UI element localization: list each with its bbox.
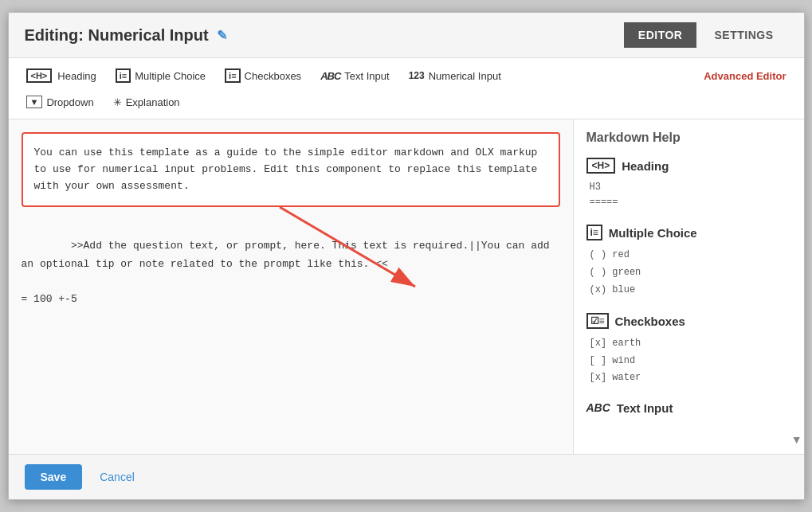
modal-footer: Save Cancel: [9, 454, 804, 499]
heading-help-code: H3 =====: [586, 180, 785, 210]
heading-help-icon: <H>: [586, 158, 616, 174]
sidebar-title: Markdown Help: [586, 131, 785, 145]
explanation-button[interactable]: ✳ Explanation: [105, 92, 188, 112]
text-input-help-label: Text Input: [617, 401, 673, 415]
text-input-label: Text Input: [344, 70, 389, 82]
text-input-button[interactable]: ABC Text Input: [312, 66, 398, 86]
heading-icon: <H>: [26, 68, 53, 83]
heading-help-section: <H> Heading H3 =====: [586, 158, 785, 210]
modal-title: Editing: Numerical Input ✎: [25, 26, 227, 45]
heading-code-line2: =====: [590, 195, 785, 210]
dropdown-button[interactable]: ▼ Dropdown: [18, 92, 102, 112]
modal-header: Editing: Numerical Input ✎ EDITOR SETTIN…: [9, 13, 804, 58]
modal-container: Editing: Numerical Input ✎ EDITOR SETTIN…: [8, 12, 805, 500]
checkboxes-icon: i≡: [225, 68, 240, 83]
advanced-editor-button[interactable]: Advanced Editor: [696, 66, 794, 86]
cancel-button[interactable]: Cancel: [92, 464, 143, 490]
cb-item-1: [x] earth: [590, 335, 785, 353]
toolbar: <H> Heading i≡ Multiple Choice i≡ Checkb…: [9, 58, 804, 119]
cb-help-label: Checkboxes: [615, 315, 685, 328]
dropdown-icon: ▼: [26, 96, 43, 108]
mc-choice-1: ( ) red: [590, 247, 785, 264]
cb-help-items: [x] earth [ ] wind [x] water: [586, 335, 785, 387]
multiple-choice-help-title: i≡ Multiple Choice: [586, 225, 785, 240]
numerical-input-label: Numerical Input: [429, 70, 501, 82]
multiple-choice-help-section: i≡ Multiple Choice ( ) red ( ) green (x)…: [586, 225, 785, 299]
save-button[interactable]: Save: [25, 464, 83, 490]
abc-help-icon: ABC: [586, 401, 610, 414]
mc-choice-3: (x) blue: [590, 282, 785, 299]
heading-button[interactable]: <H> Heading: [18, 64, 104, 87]
heading-help-title: <H> Heading: [586, 158, 785, 174]
text-input-help-title: ABC Text Input: [586, 401, 785, 415]
text-input-help-section: ABC Text Input: [586, 401, 785, 415]
editor-panel: You can use this template as a guide to …: [9, 119, 573, 454]
editing-title-text: Editing: Numerical Input: [25, 26, 209, 45]
content-area: You can use this template as a guide to …: [9, 119, 804, 454]
scroll-down-indicator[interactable]: ▼: [791, 433, 802, 446]
explanation-label: Explanation: [126, 96, 180, 108]
numerical-input-button[interactable]: 123 Numerical Input: [401, 66, 509, 86]
abc-icon: ABC: [320, 70, 340, 82]
sidebar-content: Markdown Help <H> Heading H3 ===== i≡: [574, 119, 804, 440]
body-text-content: >>Add the question text, or prompt, here…: [22, 240, 556, 304]
multiple-choice-button[interactable]: i≡ Multiple Choice: [108, 64, 214, 87]
explanation-icon: ✳: [113, 96, 122, 108]
checkboxes-button[interactable]: i≡ Checkboxes: [217, 64, 309, 87]
heading-code-line1: H3: [590, 180, 785, 195]
mc-help-icon: i≡: [586, 225, 602, 240]
editor-button[interactable]: EDITOR: [624, 22, 697, 48]
editor-body-text[interactable]: >>Add the question text, or prompt, here…: [22, 220, 560, 326]
mc-help-choices: ( ) red ( ) green (x) blue: [586, 247, 785, 299]
multiple-choice-label: Multiple Choice: [135, 70, 206, 82]
checkboxes-label: Checkboxes: [245, 70, 302, 82]
mc-choice-2: ( ) green: [590, 264, 785, 282]
checkboxes-help-title: ☑≡ Checkboxes: [586, 313, 785, 329]
cb-item-2: [ ] wind: [590, 353, 785, 370]
edit-icon[interactable]: ✎: [217, 28, 227, 43]
cb-item-3: [x] water: [590, 369, 785, 387]
numerical-icon: 123: [409, 70, 425, 81]
cb-help-icon: ☑≡: [586, 313, 609, 329]
template-box: You can use this template as a guide to …: [22, 132, 560, 207]
header-buttons: EDITOR SETTINGS: [624, 22, 788, 48]
advanced-editor-label: Advanced Editor: [704, 70, 786, 82]
heading-help-label: Heading: [622, 159, 669, 173]
multiple-choice-icon: i≡: [116, 68, 131, 83]
template-text: You can use this template as a guide to …: [34, 147, 538, 192]
settings-button[interactable]: SETTINGS: [700, 22, 787, 48]
dropdown-label: Dropdown: [46, 96, 93, 108]
heading-label: Heading: [57, 70, 96, 82]
mc-help-label: Multiple Choice: [609, 226, 697, 240]
checkboxes-help-section: ☑≡ Checkboxes [x] earth [ ] wind [x] wat…: [586, 313, 785, 387]
sidebar: Markdown Help <H> Heading H3 ===== i≡: [573, 119, 804, 454]
